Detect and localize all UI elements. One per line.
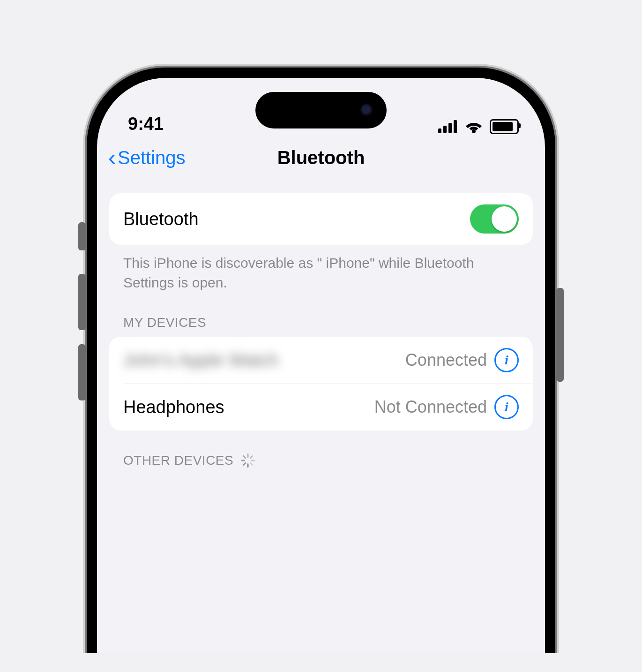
svg-rect-2 [448, 123, 452, 133]
bluetooth-toggle-row[interactable]: Bluetooth [109, 193, 533, 245]
back-label: Settings [118, 147, 186, 168]
status-time: 9:41 [128, 114, 164, 134]
back-button[interactable]: ‹ Settings [108, 146, 186, 169]
battery-icon [490, 119, 519, 134]
bluetooth-toggle[interactable] [470, 204, 519, 234]
svg-rect-1 [443, 126, 447, 133]
phone-frame: 9:41 ‹ Settings [85, 66, 557, 653]
spinner-icon [241, 453, 255, 468]
volume-up-button[interactable] [78, 274, 86, 330]
device-status: Not Connected [374, 397, 487, 417]
device-status: Connected [405, 350, 487, 370]
bluetooth-toggle-group: Bluetooth [109, 193, 533, 245]
discoverable-text: This iPhone is discoverable as " iPhone"… [109, 245, 533, 293]
wifi-icon [464, 120, 483, 133]
my-devices-group: John's Apple Watch Connected i Headphone… [109, 337, 533, 430]
mute-switch[interactable] [78, 222, 86, 250]
device-row[interactable]: John's Apple Watch Connected i [109, 337, 533, 384]
power-button[interactable] [556, 288, 564, 382]
device-row[interactable]: Headphones Not Connected i [109, 384, 533, 430]
info-icon[interactable]: i [494, 348, 519, 372]
navigation-bar: ‹ Settings Bluetooth [97, 139, 545, 176]
bluetooth-toggle-label: Bluetooth [123, 209, 199, 229]
svg-rect-0 [438, 128, 441, 133]
cellular-signal-icon [438, 120, 458, 133]
device-name: John's Apple Watch [123, 350, 278, 370]
device-name: Headphones [123, 397, 224, 417]
chevron-left-icon: ‹ [108, 146, 116, 169]
svg-rect-3 [454, 120, 457, 133]
other-devices-header: OTHER DEVICES [109, 430, 533, 475]
info-icon[interactable]: i [494, 395, 519, 419]
dynamic-island [255, 92, 387, 128]
my-devices-header: MY DEVICES [109, 293, 533, 337]
volume-down-button[interactable] [78, 344, 86, 400]
